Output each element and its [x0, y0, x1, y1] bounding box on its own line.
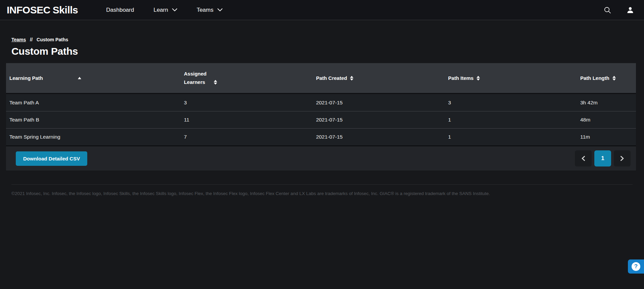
cell-assigned-learners: 7 — [184, 134, 316, 140]
table-body: Team Path A 3 2021-07-15 3 3h 42m Team P… — [6, 94, 636, 145]
table-row: Team Path B 11 2021-07-15 1 48m — [6, 111, 636, 128]
navbar-icons — [602, 5, 635, 15]
help-button[interactable]: ? — [628, 259, 644, 274]
custom-paths-table: Learning Path Assigned Learners Path Cre… — [6, 63, 636, 171]
pagination-page-1-button[interactable]: 1 — [594, 150, 611, 166]
account-button[interactable] — [625, 5, 635, 15]
footer-divider — [11, 184, 633, 185]
cell-path-created: 2021-07-15 — [316, 134, 448, 140]
download-detailed-csv-button[interactable]: Download Detailed CSV — [16, 151, 87, 166]
sort-down-arrow — [214, 83, 217, 85]
nav-item-teams-label: Teams — [197, 7, 213, 13]
sort-icon — [214, 80, 217, 85]
search-icon — [604, 6, 611, 14]
sort-icon — [350, 76, 353, 81]
cell-path-length: 48m — [580, 117, 633, 123]
pagination: 1 — [575, 150, 631, 166]
pagination-prev-button[interactable] — [575, 150, 592, 166]
column-label: Assigned Learners — [184, 70, 211, 87]
column-label: Path Length — [580, 75, 609, 81]
top-navbar: INFOSECSkills Dashboard Learn Teams — [0, 0, 644, 20]
sort-ascending-icon — [78, 77, 81, 79]
column-header-assigned-learners[interactable]: Assigned Learners — [184, 70, 316, 87]
table-row: Team Spring Learning 7 2021-07-15 1 11m — [6, 128, 636, 145]
breadcrumb-current: Custom Paths — [37, 37, 68, 42]
nav-item-teams[interactable]: Teams — [197, 7, 222, 13]
table-row: Team Path A 3 2021-07-15 3 3h 42m — [6, 94, 636, 111]
sort-up-arrow — [214, 80, 217, 82]
cell-assigned-learners: 3 — [184, 100, 316, 106]
cell-path-created: 2021-07-15 — [316, 100, 448, 106]
table-header-row: Learning Path Assigned Learners Path Cre… — [6, 63, 636, 94]
copyright-text: ©2021 Infosec, Inc. Infosec, the Infosec… — [11, 191, 633, 196]
search-button[interactable] — [602, 5, 612, 15]
sort-up-arrow — [612, 76, 616, 78]
main-content: Teams // Custom Paths Custom Paths Learn… — [0, 37, 644, 196]
cell-assigned-learners: 11 — [184, 117, 316, 123]
sort-down-arrow — [612, 79, 616, 81]
breadcrumb-teams-link[interactable]: Teams — [11, 37, 26, 42]
column-header-path-length[interactable]: Path Length — [580, 75, 633, 81]
column-header-path-created[interactable]: Path Created — [316, 75, 448, 81]
logo-primary-text: INFOSEC — [7, 4, 50, 15]
cell-path-length: 11m — [580, 134, 633, 140]
logo-secondary-text: Skills — [53, 4, 78, 15]
cell-path-items: 1 — [448, 134, 580, 140]
breadcrumb-separator: // — [30, 37, 33, 42]
sort-up-arrow — [350, 76, 353, 78]
sort-down-arrow — [350, 79, 353, 81]
sort-up-arrow — [477, 76, 480, 78]
chevron-down-icon — [217, 8, 222, 11]
cell-learning-path: Team Path A — [9, 100, 184, 106]
cell-path-length: 3h 42m — [580, 100, 633, 106]
column-label: Learning Path — [9, 75, 43, 81]
main-nav: Dashboard Learn Teams — [106, 7, 222, 13]
column-header-learning-path[interactable]: Learning Path — [9, 75, 184, 81]
chevron-right-icon — [620, 156, 624, 161]
table-footer: Download Detailed CSV 1 — [6, 145, 636, 171]
cell-learning-path: Team Path B — [9, 117, 184, 123]
cell-path-items: 3 — [448, 100, 580, 106]
breadcrumb: Teams // Custom Paths — [11, 37, 644, 42]
nav-item-learn[interactable]: Learn — [153, 7, 177, 13]
sort-icon — [477, 76, 480, 81]
column-label: Path Items — [448, 75, 474, 81]
user-icon — [627, 6, 634, 14]
nav-item-dashboard-label: Dashboard — [106, 7, 134, 13]
chevron-left-icon — [581, 156, 585, 161]
nav-item-learn-label: Learn — [153, 7, 168, 13]
sort-down-arrow — [477, 79, 480, 81]
column-header-path-items[interactable]: Path Items — [448, 75, 580, 81]
question-mark-icon: ? — [632, 262, 640, 271]
nav-item-dashboard[interactable]: Dashboard — [106, 7, 134, 13]
pagination-next-button[interactable] — [614, 150, 631, 166]
page-title: Custom Paths — [11, 46, 644, 57]
cell-path-created: 2021-07-15 — [316, 117, 448, 123]
sort-icon — [612, 76, 616, 81]
chevron-down-icon — [172, 8, 177, 11]
cell-path-items: 1 — [448, 117, 580, 123]
infosec-skills-logo[interactable]: INFOSECSkills — [7, 5, 78, 15]
cell-learning-path: Team Spring Learning — [9, 134, 184, 140]
column-label: Path Created — [316, 75, 347, 81]
